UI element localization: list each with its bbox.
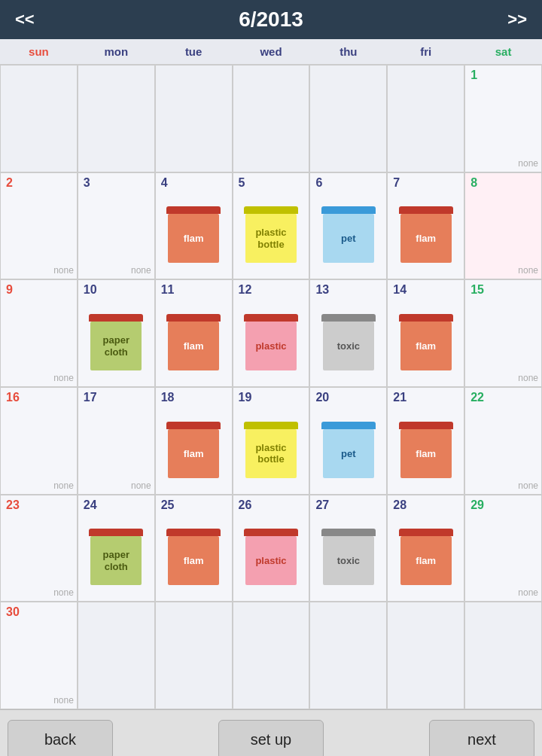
next-button[interactable]: next <box>429 720 534 756</box>
calendar-cell[interactable] <box>309 65 387 172</box>
bin-plastic-bottle: plastic bottle <box>245 206 297 263</box>
calendar-cell[interactable] <box>233 602 310 709</box>
bin-label: paper cloth <box>90 536 142 585</box>
day-header-thu: thu <box>309 39 387 64</box>
calendar-cell[interactable]: 5plastic bottle <box>233 172 310 280</box>
calendar-cell[interactable]: 14flam <box>387 279 464 387</box>
bin-lid <box>166 529 221 536</box>
day-header-sat: sat <box>464 39 542 64</box>
calendar-cell[interactable]: 1none <box>464 65 542 172</box>
back-button[interactable]: back <box>8 720 113 756</box>
day-number: 2 <box>3 175 16 191</box>
day-number: 16 <box>3 389 23 406</box>
prev-month-btn[interactable]: << <box>15 10 35 29</box>
calendar-cell[interactable]: 30none <box>0 602 78 709</box>
calendar-cell[interactable]: 3none <box>78 172 155 280</box>
bin-lid <box>244 422 298 429</box>
none-label: none <box>518 265 538 276</box>
day-header-mon: mon <box>78 39 155 64</box>
calendar-cell[interactable]: 19plastic bottle <box>233 387 310 495</box>
calendar-cell[interactable]: 22none <box>464 387 542 495</box>
bin-label: plastic bottle <box>245 429 297 478</box>
calendar-cell[interactable]: 25flam <box>155 495 233 602</box>
calendar-cell[interactable]: 17none <box>78 387 155 495</box>
bin-container: flam <box>158 193 230 278</box>
bin-label: flam <box>168 214 219 263</box>
calendar-cell[interactable]: 6pet <box>309 172 387 280</box>
calendar-cell[interactable] <box>387 65 464 172</box>
day-number: 14 <box>390 282 410 298</box>
day-number: 22 <box>467 389 487 406</box>
bin-container: plastic <box>236 300 307 385</box>
calendar-cell[interactable]: 10paper cloth <box>78 279 155 387</box>
bin-container: toxic <box>312 300 384 385</box>
calendar-cell[interactable]: 28flam <box>387 495 464 602</box>
calendar-cell[interactable]: 8none <box>464 172 542 280</box>
calendar-cell[interactable]: 13toxic <box>309 279 387 387</box>
day-number: 13 <box>312 282 332 298</box>
bin-lid <box>244 206 298 214</box>
bin-container: paper cloth <box>81 515 152 600</box>
month-title: 6/2013 <box>239 8 303 32</box>
bin-label: paper cloth <box>90 322 142 370</box>
none-label: none <box>53 265 74 276</box>
calendar-cell[interactable]: 16none <box>0 387 78 495</box>
calendar-cell[interactable]: 7flam <box>387 172 464 280</box>
footer-bar: back set up next <box>0 709 542 756</box>
calendar-cell[interactable] <box>464 602 542 709</box>
calendar-cell[interactable]: 9none <box>0 279 78 387</box>
day-number: 3 <box>81 175 93 191</box>
bin-lid <box>399 529 453 536</box>
next-month-btn[interactable]: >> <box>507 10 527 29</box>
bin-pet: pet <box>323 422 374 478</box>
calendar-cell[interactable]: 18flam <box>155 387 233 495</box>
setup-button[interactable]: set up <box>218 720 324 756</box>
bin-label: plastic <box>245 536 297 585</box>
calendar-cell[interactable] <box>155 65 233 172</box>
calendar-cell[interactable]: 26plastic <box>233 495 310 602</box>
bin-container: flam <box>158 300 230 385</box>
calendar-cell[interactable]: 15none <box>464 279 542 387</box>
day-number: 6 <box>312 175 325 191</box>
bin-lid <box>166 206 221 214</box>
day-number: 4 <box>158 175 171 191</box>
bin-plastic: plastic <box>245 314 297 370</box>
bin-lid <box>321 529 376 536</box>
bin-toxic: toxic <box>323 314 374 370</box>
none-label: none <box>518 373 538 383</box>
calendar-cell[interactable]: 20pet <box>309 387 387 495</box>
bin-lid <box>89 529 143 536</box>
calendar-cell[interactable]: 29none <box>464 495 542 602</box>
calendar-cell[interactable] <box>155 602 233 709</box>
bin-lid <box>321 314 376 322</box>
bin-label: plastic <box>245 322 297 370</box>
calendar-cell[interactable]: 11flam <box>155 279 233 387</box>
bin-container: flam <box>390 300 461 385</box>
calendar-cell[interactable]: 24paper cloth <box>78 495 155 602</box>
calendar-cell[interactable]: 12plastic <box>233 279 310 387</box>
calendar-cell[interactable] <box>0 65 78 172</box>
calendar-cell[interactable] <box>78 65 155 172</box>
bin-flam: flam <box>400 422 452 478</box>
calendar-header: << 6/2013 >> <box>0 0 542 39</box>
calendar-cell[interactable] <box>233 65 310 172</box>
bin-label: flam <box>168 429 219 478</box>
calendar-cell[interactable] <box>78 602 155 709</box>
bin-flam: flam <box>168 314 219 370</box>
bin-lid <box>321 206 376 214</box>
bin-lid <box>89 314 143 322</box>
bin-plastic-bottle: plastic bottle <box>245 422 297 478</box>
calendar-cell[interactable]: 4flam <box>155 172 233 280</box>
bin-container: plastic bottle <box>236 193 307 278</box>
calendar-cell[interactable]: 2none <box>0 172 78 280</box>
calendar-cell[interactable]: 21flam <box>387 387 464 495</box>
none-label: none <box>53 587 74 598</box>
calendar-cell[interactable]: 27toxic <box>309 495 387 602</box>
day-headers-row: sun mon tue wed thu fri sat <box>0 39 542 65</box>
calendar-cell[interactable] <box>387 602 464 709</box>
none-label: none <box>518 158 538 169</box>
day-number: 17 <box>81 389 100 406</box>
calendar-cell[interactable]: 23none <box>0 495 78 602</box>
calendar-cell[interactable] <box>309 602 387 709</box>
bin-container: flam <box>390 515 461 600</box>
